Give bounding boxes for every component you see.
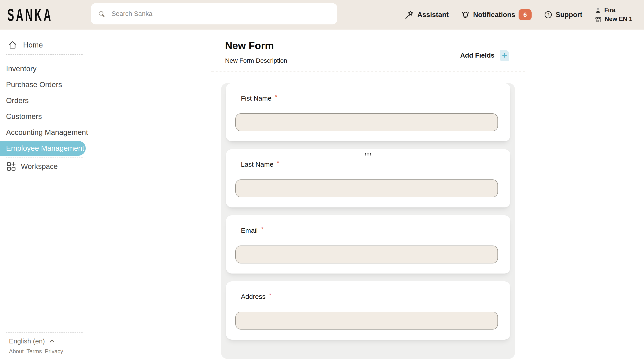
workspace-row: New EN 1	[594, 15, 632, 23]
sidebar-item-inventory[interactable]: Inventory	[0, 61, 89, 77]
sidebar-item-employee-management[interactable]: Employee Management	[0, 141, 86, 156]
sidebar-workspace-label: Workspace	[21, 162, 58, 171]
form-fields-track: Fist Name* Last Name* Email* Address*	[221, 83, 515, 359]
sidebar-nav: InventoryPurchase OrdersOrdersCustomersA…	[0, 61, 89, 156]
user-name: Fira	[604, 7, 616, 14]
drag-handle-icon[interactable]	[364, 152, 372, 156]
user-menu[interactable]: Fira New EN 1	[594, 7, 632, 23]
support-label: Support	[556, 11, 582, 19]
field-input[interactable]	[236, 113, 498, 131]
plus-icon	[502, 52, 508, 58]
field-input[interactable]	[236, 245, 498, 263]
sidebar-item-workspace[interactable]: Workspace	[6, 159, 89, 174]
search-input[interactable]	[112, 10, 330, 17]
sidebar-item-accounting-management[interactable]: Accounting Management	[0, 124, 89, 140]
notifications-badge: 6	[518, 9, 532, 20]
sidebar-divider	[6, 157, 82, 158]
page-description: New Form Description	[225, 57, 287, 64]
top-bar: SANKA Assistant	[0, 0, 644, 29]
top-actions: Assistant Notifications 6 ? Support	[404, 0, 632, 29]
section-divider	[211, 71, 525, 71]
search-bar	[91, 3, 337, 24]
assistant-button[interactable]: Assistant	[404, 10, 449, 20]
assistant-label: Assistant	[417, 11, 449, 19]
form-field-card: Email*	[226, 215, 510, 274]
main-content: New Form New Form Description Add Fields…	[89, 29, 644, 360]
language-selector[interactable]: English (en)	[9, 337, 89, 345]
language-label: English (en)	[9, 337, 45, 345]
sidebar-item-customers[interactable]: Customers	[0, 108, 89, 124]
storefront-icon	[594, 15, 602, 23]
footer-links: AboutTermsPrivacy	[9, 348, 89, 355]
required-asterisk: *	[261, 226, 264, 232]
notifications-button[interactable]: Notifications 6	[461, 9, 532, 20]
field-label: Address	[241, 293, 266, 300]
support-button[interactable]: ? Support	[544, 10, 582, 19]
form-field-card: Last Name*	[226, 149, 510, 207]
sidebar: Home InventoryPurchase OrdersOrdersCusto…	[0, 29, 89, 360]
field-label: Last Name	[241, 161, 274, 168]
required-asterisk: *	[277, 160, 279, 167]
home-icon	[8, 40, 18, 50]
footer-link-terms[interactable]: Terms	[26, 348, 42, 355]
field-label: Fist Name	[241, 95, 272, 102]
page-title: New Form	[225, 40, 287, 51]
bell-icon	[461, 10, 470, 19]
page-head: New Form New Form Description Add Fields	[225, 40, 509, 64]
question-icon: ?	[544, 10, 553, 19]
person-icon	[594, 7, 602, 14]
svg-text:?: ?	[547, 12, 550, 17]
field-input[interactable]	[236, 180, 498, 197]
required-asterisk: *	[269, 292, 272, 299]
sidebar-footer: English (en) AboutTermsPrivacy	[0, 333, 89, 360]
sidebar-divider	[6, 333, 82, 333]
wand-icon	[404, 10, 414, 20]
footer-link-about[interactable]: About	[9, 348, 24, 355]
app-logo-text: SANKA	[8, 5, 53, 25]
form-field-card: Address*	[226, 281, 510, 340]
search-icon	[98, 10, 106, 18]
sidebar-divider	[6, 54, 82, 55]
form-field-card: Fist Name*	[226, 83, 510, 141]
app-logo[interactable]: SANKA	[8, 5, 83, 24]
add-fields: Add Fields	[460, 50, 509, 61]
workspace-name: New EN 1	[605, 16, 632, 23]
footer-link-privacy[interactable]: Privacy	[45, 348, 63, 355]
app-root: SANKA Assistant	[0, 0, 644, 360]
field-label: Email	[241, 227, 258, 234]
grid-plus-icon	[6, 161, 16, 172]
add-fields-label: Add Fields	[460, 51, 494, 59]
user-row: Fira	[594, 7, 632, 14]
required-asterisk: *	[275, 93, 277, 100]
sidebar-home-label: Home	[23, 41, 43, 49]
chevron-up-icon	[48, 338, 56, 345]
sidebar-item-purchase-orders[interactable]: Purchase Orders	[0, 77, 89, 93]
sidebar-item-orders[interactable]: Orders	[0, 93, 89, 108]
sidebar-item-home[interactable]: Home	[8, 37, 89, 53]
field-input[interactable]	[236, 312, 498, 330]
notifications-label: Notifications	[473, 11, 515, 19]
add-fields-button[interactable]	[500, 50, 509, 61]
